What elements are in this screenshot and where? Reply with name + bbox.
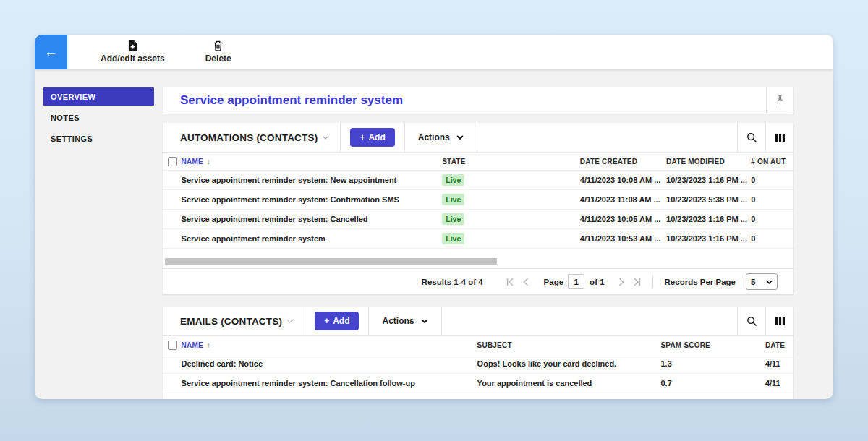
status-badge: Live <box>442 174 464 186</box>
table-row[interactable]: Service appointment reminder system: Con… <box>163 190 793 210</box>
sidebar-item-notes[interactable]: NOTES <box>43 108 154 127</box>
toolbar-add-edit-assets[interactable]: Add/edit assets <box>80 35 185 69</box>
horizontal-scrollbar-track <box>163 249 793 268</box>
automations-search-button[interactable] <box>738 123 765 152</box>
next-page-button[interactable] <box>613 278 629 286</box>
automations-add-button[interactable]: + Add <box>350 128 394 147</box>
add-button-label: Add <box>333 316 349 326</box>
results-count: Results 1-4 of 4 <box>422 278 483 286</box>
table-row[interactable]: Service appointment reminder system: Can… <box>163 374 793 393</box>
column-header-date-modified[interactable]: DATE MODIFIED <box>666 158 751 166</box>
emails-actions-button[interactable]: Actions <box>369 307 441 335</box>
horizontal-scrollbar[interactable] <box>165 258 497 265</box>
sort-ascending-icon: ↑ <box>207 341 210 349</box>
chevron-down-icon <box>323 136 328 140</box>
email-name: Service appointment reminder system: Can… <box>182 379 477 388</box>
automations-panel-title: AUTOMATIONS (CONTACTS) <box>180 132 318 143</box>
records-per-page-value: 5 <box>751 278 755 286</box>
column-header-date[interactable]: DATE <box>765 341 793 349</box>
previous-page-button[interactable] <box>518 278 534 286</box>
plus-icon: + <box>324 316 329 326</box>
trash-icon <box>213 40 223 51</box>
automation-name: Service appointment reminder system: New… <box>182 176 443 184</box>
column-header-subject[interactable]: SUBJECT <box>477 341 661 349</box>
page-number-input[interactable] <box>568 274 584 289</box>
column-header-on-automation[interactable]: # ON AUT <box>751 158 793 166</box>
automations-title-dropdown[interactable]: AUTOMATIONS (CONTACTS) <box>163 123 340 152</box>
column-header-date-created[interactable]: DATE CREATED <box>580 158 666 166</box>
sidebar-item-settings[interactable]: SETTINGS <box>43 129 154 147</box>
automation-name: Service appointment reminder system <box>182 234 443 243</box>
actions-button-label: Actions <box>418 132 450 142</box>
emails-columns-button[interactable] <box>766 307 793 335</box>
first-page-button[interactable] <box>502 278 518 286</box>
on-automation-count: 0 <box>751 234 793 243</box>
column-header-spam-score[interactable]: SPAM SCORE <box>660 341 765 349</box>
on-automation-count: 0 <box>751 176 793 184</box>
select-all-checkbox[interactable] <box>168 157 177 166</box>
app-window: ← Add/edit assets Delete OVERVIEW NOTES <box>35 35 833 399</box>
columns-icon <box>775 317 786 326</box>
date-modified: 10/23/2023 1:16 PM ... <box>666 234 751 243</box>
email-name: Declined card: Notice <box>182 359 477 368</box>
emails-table-header: NAME↑ SUBJECT SPAM SCORE DATE <box>163 336 793 354</box>
emails-search-button[interactable] <box>738 307 765 335</box>
sidebar-item-overview[interactable]: OVERVIEW <box>43 87 154 106</box>
emails-add-button[interactable]: + Add <box>315 312 359 330</box>
table-row[interactable]: Service appointment reminder system: Can… <box>163 210 793 229</box>
search-icon <box>746 132 757 143</box>
table-row[interactable]: Service appointment reminder system: New… <box>163 171 793 190</box>
automations-actions-button[interactable]: Actions <box>405 123 477 152</box>
automations-table-header: NAME↓ STATE DATE CREATED DATE MODIFIED #… <box>163 153 793 171</box>
column-header-name[interactable]: NAME↑ <box>182 341 477 349</box>
date-modified: 10/23/2023 5:38 PM ... <box>666 195 751 204</box>
date-created: 4/11/2023 10:53 AM ... <box>580 234 666 243</box>
automations-pagination: Results 1-4 of 4 Page of 1 <box>163 268 793 294</box>
automations-columns-button[interactable] <box>766 123 793 152</box>
status-badge: Live <box>442 233 464 244</box>
pin-button[interactable] <box>767 87 793 114</box>
plus-icon: + <box>359 132 365 142</box>
records-per-page-select[interactable]: 5 <box>746 273 778 290</box>
sidebar: OVERVIEW NOTES SETTINGS <box>43 87 154 150</box>
search-icon <box>746 316 757 327</box>
content-area: OVERVIEW NOTES SETTINGS Service appointm… <box>35 69 833 399</box>
page-of-label: of 1 <box>590 278 604 286</box>
chevron-down-icon <box>421 319 428 323</box>
records-per-page-label: Records Per Page <box>665 278 736 286</box>
back-button[interactable]: ← <box>35 35 67 69</box>
back-arrow-icon: ← <box>44 44 58 60</box>
column-header-name[interactable]: NAME↓ <box>182 158 443 166</box>
columns-icon <box>775 133 786 142</box>
previous-page-icon <box>522 278 530 286</box>
toolbar-delete[interactable]: Delete <box>185 35 252 69</box>
last-page-button[interactable] <box>629 278 645 286</box>
status-badge: Live <box>442 213 464 225</box>
emails-title-dropdown[interactable]: EMAILS (CONTACTS) <box>163 307 305 335</box>
on-automation-count: 0 <box>751 215 793 223</box>
emails-panel-title: EMAILS (CONTACTS) <box>180 316 282 327</box>
table-row[interactable]: Declined card: Notice Oops! Looks like y… <box>163 354 793 374</box>
next-page-icon <box>617 278 626 286</box>
automation-name: Service appointment reminder system: Can… <box>182 215 443 223</box>
sidebar-item-label: OVERVIEW <box>51 93 95 101</box>
table-row[interactable]: Service appointment reminder system Live… <box>163 229 793 249</box>
email-subject: Oops! Looks like your card declined. <box>477 359 661 368</box>
automations-panel-header: AUTOMATIONS (CONTACTS) + Add <box>163 123 793 153</box>
main-column: Service appointment reminder system AUTO… <box>163 87 793 399</box>
pushpin-icon <box>775 94 785 107</box>
toolbar-item-label: Add/edit assets <box>101 53 165 64</box>
title-bar: Service appointment reminder system <box>163 87 793 114</box>
page-label: Page <box>544 278 564 286</box>
column-header-state[interactable]: STATE <box>442 158 580 166</box>
first-page-icon <box>506 278 514 286</box>
actions-button-label: Actions <box>382 316 414 326</box>
date-created: 4/11/2023 10:05 AM ... <box>580 215 666 223</box>
last-page-icon <box>633 278 642 286</box>
top-toolbar: ← Add/edit assets Delete <box>35 35 833 69</box>
automation-name: Service appointment reminder system: Con… <box>182 195 443 204</box>
sidebar-item-label: NOTES <box>51 114 80 122</box>
spam-score: 1.3 <box>660 359 765 368</box>
select-all-checkbox[interactable] <box>168 341 177 350</box>
sidebar-item-label: SETTINGS <box>51 134 93 143</box>
